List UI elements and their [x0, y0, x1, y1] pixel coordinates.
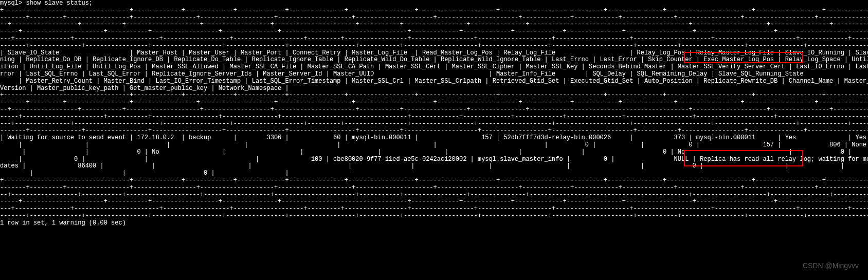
watermark: CSDN @Mingvvv [803, 262, 859, 270]
mysql-terminal[interactable]: mysql> show slave status; +-------------… [0, 0, 868, 280]
